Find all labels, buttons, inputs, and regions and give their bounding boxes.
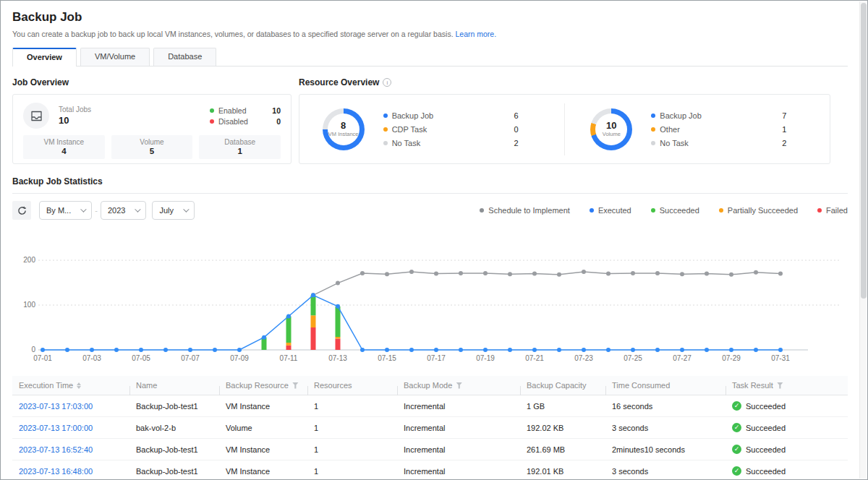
vertical-scrollbar[interactable] bbox=[859, 1, 867, 479]
column-header: Backup Resource bbox=[219, 381, 307, 390]
table-body: 2023-07-13 17:03:00Backup-Job-test1VM In… bbox=[12, 395, 848, 479]
legend-dot-icon bbox=[651, 127, 655, 132]
column-label: Backup Capacity bbox=[527, 381, 587, 390]
donut-legend-item: Backup Job6 bbox=[383, 108, 539, 122]
year-select[interactable]: 2023 bbox=[101, 201, 146, 220]
learn-more-link[interactable]: Learn more. bbox=[455, 30, 496, 38]
info-icon[interactable]: i bbox=[383, 78, 391, 87]
table-row: 2023-07-13 17:03:00Backup-Job-test1VM In… bbox=[12, 395, 848, 417]
backup-statistics-title: Backup Job Statistics bbox=[12, 176, 848, 194]
legend-value: 2 bbox=[782, 139, 807, 147]
description-text: You can create a backup job to back up l… bbox=[12, 30, 454, 38]
total-jobs: Total Jobs 10 bbox=[59, 106, 91, 126]
month-select[interactable]: July bbox=[152, 201, 195, 220]
donut-legend-item: No Task2 bbox=[651, 136, 807, 150]
legend-dot-icon bbox=[719, 208, 723, 213]
legend-label: No Task bbox=[660, 139, 689, 147]
granularity-select[interactable]: By M... bbox=[39, 201, 92, 220]
svg-text:07-11: 07-11 bbox=[280, 354, 298, 362]
chart-legend-item[interactable]: Partially Succeeded bbox=[719, 206, 798, 215]
chevron-down-icon bbox=[80, 206, 86, 212]
column-header: Backup Mode bbox=[397, 381, 520, 390]
chart-legend-item[interactable]: Failed bbox=[817, 206, 848, 215]
resource-overview-panel: Resource Overview i 8VM InstanceBackup J… bbox=[299, 77, 830, 164]
enabled-label: Enabled bbox=[218, 106, 247, 115]
resource-overview-card: 8VM InstanceBackup Job6CDP Task0No Task2… bbox=[299, 94, 830, 164]
job-overview-panel: Job Overview Total Jobs 10 bbox=[12, 77, 292, 164]
legend-value: 0 bbox=[514, 125, 539, 134]
svg-text:07-09: 07-09 bbox=[230, 354, 249, 362]
month-value: July bbox=[159, 206, 174, 215]
execution-time-link[interactable]: 2023-07-13 16:52:40 bbox=[12, 445, 129, 454]
legend-value: 7 bbox=[782, 111, 807, 120]
tab-database[interactable]: Database bbox=[153, 48, 216, 66]
tab-overview[interactable]: Overview bbox=[12, 48, 77, 66]
donut-center-value: 10 bbox=[606, 121, 616, 130]
donut-chart: 8VM Instance bbox=[323, 108, 365, 150]
donut-legend-item: CDP Task0 bbox=[383, 122, 539, 136]
donut-divider bbox=[564, 103, 565, 155]
task-result-text: Succeeded bbox=[746, 445, 786, 454]
legend-label: Schedule to Implement bbox=[488, 206, 570, 215]
resources-cell: 1 bbox=[307, 445, 397, 454]
vm-instance-box-label: VM Instance bbox=[23, 138, 105, 146]
filter-icon[interactable] bbox=[777, 382, 783, 389]
resources-cell: 1 bbox=[307, 467, 397, 476]
sort-icon[interactable] bbox=[77, 382, 81, 389]
database-box-label: Database bbox=[199, 138, 281, 146]
legend-label: Partially Succeeded bbox=[728, 206, 798, 215]
legend-label: Other bbox=[660, 125, 680, 134]
page-content: Backup Job You can create a backup job t… bbox=[1, 1, 859, 479]
name-cell: Backup-Job-test1 bbox=[129, 402, 219, 411]
chevron-down-icon bbox=[183, 206, 189, 212]
backup-mode-cell: Incremental bbox=[397, 467, 520, 476]
chart-legend-item[interactable]: Executed bbox=[590, 206, 631, 215]
tab-vm-volume[interactable]: VM/Volume bbox=[80, 48, 150, 66]
donut-legend: Backup Job7Other1No Task2 bbox=[651, 108, 807, 150]
job-overview-card: Total Jobs 10 Enabled 10 Disabled bbox=[12, 94, 292, 164]
filter-icon[interactable] bbox=[456, 382, 462, 389]
refresh-button[interactable] bbox=[12, 201, 31, 220]
task-result-text: Succeeded bbox=[746, 402, 786, 411]
enabled-value: 10 bbox=[272, 106, 281, 115]
backup-resource-cell: VM Instance bbox=[219, 467, 307, 476]
legend-dot-icon bbox=[383, 113, 388, 118]
column-label: Task Result bbox=[732, 381, 773, 390]
svg-text:07-03: 07-03 bbox=[82, 354, 101, 362]
volume-box-value: 5 bbox=[111, 147, 193, 155]
column-header: Time Consumed bbox=[605, 381, 726, 390]
resource-overview-title-text: Resource Overview bbox=[299, 77, 379, 87]
backup-resource-cell: VM Instance bbox=[219, 402, 307, 411]
filter-icon[interactable] bbox=[292, 382, 299, 389]
enabled-row: Enabled 10 bbox=[210, 105, 281, 116]
total-jobs-label: Total Jobs bbox=[59, 106, 91, 113]
chart-legend-item[interactable]: Succeeded bbox=[651, 206, 699, 215]
backup-statistics-chart: 010020007-0107-0307-0507-0707-0907-1107-… bbox=[12, 250, 848, 367]
legend-label: CDP Task bbox=[392, 125, 427, 134]
backup-job-page: Backup Job You can create a backup job t… bbox=[0, 0, 868, 480]
volume-box-label: Volume bbox=[111, 138, 193, 146]
legend-dot-icon bbox=[480, 208, 484, 213]
jobs-inbox-icon bbox=[23, 103, 49, 129]
column-label: Backup Mode bbox=[404, 381, 452, 390]
chart-legend-item[interactable]: Schedule to Implement bbox=[480, 206, 570, 215]
task-result-cell: ✓Succeeded bbox=[726, 423, 848, 432]
legend-label: Backup Job bbox=[660, 111, 701, 120]
scrollbar-thumb[interactable] bbox=[861, 3, 867, 299]
execution-time-link[interactable]: 2023-07-13 17:03:00 bbox=[12, 402, 129, 411]
backup-capacity-cell: 192.01 KB bbox=[520, 467, 605, 476]
tab-bar: Overview VM/Volume Database bbox=[12, 48, 848, 67]
backup-mode-cell: Incremental bbox=[397, 445, 520, 454]
job-type-boxes: VM Instance 4 Volume 5 Database 1 bbox=[23, 135, 281, 159]
donut-group: 10VolumeBackup Job7Other1No Task2 bbox=[590, 108, 807, 150]
execution-time-link[interactable]: 2023-07-13 16:48:00 bbox=[12, 467, 129, 476]
legend-dot-icon bbox=[383, 127, 388, 132]
vm-instance-box-value: 4 bbox=[23, 147, 105, 155]
column-label: Resources bbox=[314, 381, 352, 390]
donut-group: 8VM InstanceBackup Job6CDP Task0No Task2 bbox=[323, 108, 539, 150]
legend-value: 1 bbox=[782, 125, 807, 134]
legend-label: Backup Job bbox=[392, 111, 433, 120]
legend-label: No Task bbox=[392, 139, 421, 147]
execution-time-link[interactable]: 2023-07-13 17:00:00 bbox=[12, 424, 129, 432]
task-result-text: Succeeded bbox=[746, 424, 786, 432]
